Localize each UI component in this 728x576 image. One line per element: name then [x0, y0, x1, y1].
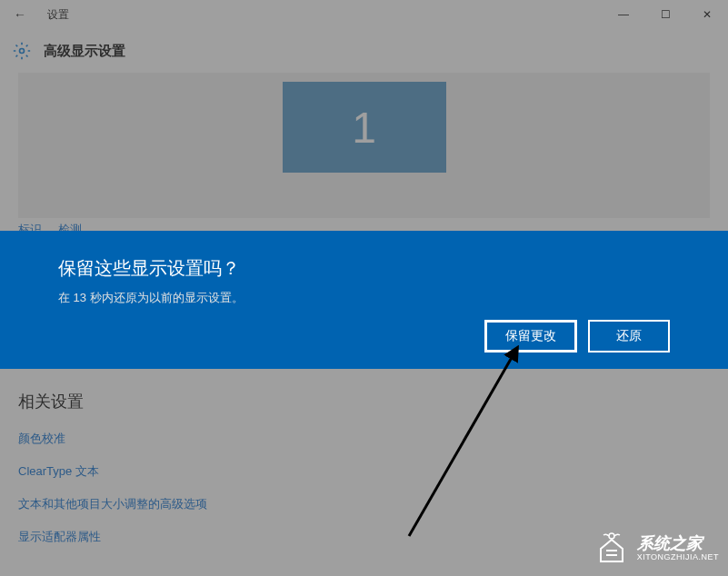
- watermark-en: XITONGZHIJIA.NET: [637, 553, 719, 562]
- revert-button[interactable]: 还原: [588, 320, 670, 353]
- related-settings-section: 相关设置 颜色校准 ClearType 文本 文本和其他项目大小调整的高级选项 …: [18, 391, 207, 561]
- back-button[interactable]: ←: [0, 0, 40, 29]
- minimize-icon: —: [618, 8, 629, 21]
- related-settings-title: 相关设置: [18, 391, 207, 412]
- page-title: 高级显示设置: [44, 43, 125, 60]
- color-calibration-link[interactable]: 颜色校准: [18, 431, 207, 447]
- text-sizing-link[interactable]: 文本和其他项目大小调整的高级选项: [18, 496, 207, 512]
- page-header: 高级显示设置: [0, 29, 728, 73]
- display-adapter-link[interactable]: 显示适配器属性: [18, 529, 207, 545]
- minimize-button[interactable]: —: [603, 0, 644, 29]
- titlebar: ← 设置 — ☐ ✕: [0, 0, 728, 29]
- monitor-tile[interactable]: 1: [283, 82, 446, 173]
- keep-changes-button[interactable]: 保留更改: [484, 320, 577, 353]
- watermark-cn: 系统之家: [637, 535, 719, 553]
- maximize-button[interactable]: ☐: [644, 0, 686, 29]
- dialog-message: 在 13 秒内还原为以前的显示设置。: [58, 290, 670, 306]
- maximize-icon: ☐: [661, 8, 671, 21]
- monitor-number: 1: [352, 103, 376, 153]
- cleartype-link[interactable]: ClearType 文本: [18, 463, 207, 480]
- close-button[interactable]: ✕: [686, 0, 728, 29]
- watermark: 系统之家 XITONGZHIJIA.NET: [593, 531, 719, 567]
- dialog-buttons: 保留更改 还原: [58, 320, 670, 353]
- window-title: 设置: [47, 7, 69, 23]
- arrow-left-icon: ←: [14, 7, 26, 22]
- gear-icon: [13, 42, 31, 60]
- svg-point-5: [609, 533, 614, 539]
- watermark-logo-icon: [593, 531, 630, 567]
- confirm-dialog: 保留这些显示设置吗？ 在 13 秒内还原为以前的显示设置。 保留更改 还原: [0, 231, 728, 369]
- svg-line-2: [409, 354, 514, 536]
- window-controls: — ☐ ✕: [603, 0, 728, 29]
- watermark-text: 系统之家 XITONGZHIJIA.NET: [637, 535, 719, 562]
- svg-point-0: [20, 49, 25, 54]
- close-icon: ✕: [703, 8, 712, 21]
- display-preview-area: 1: [18, 73, 710, 218]
- dialog-title: 保留这些显示设置吗？: [58, 256, 670, 281]
- annotation-arrow: [382, 345, 563, 545]
